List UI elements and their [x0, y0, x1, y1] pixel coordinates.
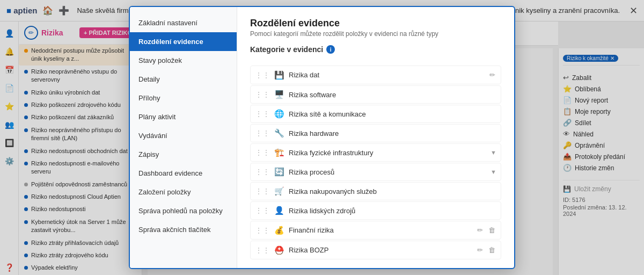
drag-handle[interactable]: ⋮⋮: [255, 168, 270, 176]
category-label: Rizika hardware: [289, 129, 492, 138]
drag-handle[interactable]: ⋮⋮: [255, 246, 270, 255]
category-icon: 🌐: [274, 109, 284, 119]
drag-handle[interactable]: ⋮⋮: [255, 129, 270, 138]
category-icon: 🏗️: [274, 148, 284, 157]
modal-sidebar-item-6[interactable]: Vydávání: [130, 126, 237, 145]
category-label: Rizika dat: [289, 71, 484, 79]
category-label: Rizika fyzické infrastruktury: [289, 149, 486, 157]
modal-dialog: Základní nastaveníRozdělení evidenceStav…: [129, 6, 515, 269]
category-label: Finanční rizika: [289, 226, 472, 234]
category-edit-button[interactable]: ✏: [488, 70, 496, 80]
category-label: Rizika nakupovaných služeb: [289, 187, 492, 196]
category-item-0: ⋮⋮💾Rizika dat✏: [250, 66, 501, 84]
category-icon: 💰: [274, 226, 284, 235]
modal-section-title: Kategorie v evidenci i: [250, 45, 501, 54]
category-item-9: ⋮⋮⛑️Rizika BOZP✏🗑: [250, 241, 501, 259]
category-item-1: ⋮⋮🖥️Rizika software: [250, 85, 501, 104]
category-icon: 🔧: [274, 128, 284, 138]
category-label: Rizika BOZP: [289, 246, 472, 254]
category-edit-button[interactable]: ✏: [476, 225, 484, 235]
modal-sidebar-item-9[interactable]: Založení položky: [130, 183, 237, 201]
category-item-8: ⋮⋮💰Finanční rizika✏🗑: [250, 221, 501, 240]
category-label: Rizika lidských zdrojů: [289, 207, 492, 215]
drag-handle[interactable]: ⋮⋮: [255, 148, 270, 157]
category-label: Rizika procesů: [289, 168, 486, 176]
drag-handle[interactable]: ⋮⋮: [255, 71, 270, 79]
category-delete-button[interactable]: 🗑: [487, 225, 496, 235]
drag-handle[interactable]: ⋮⋮: [255, 110, 270, 118]
category-icon: 🛒: [274, 186, 284, 196]
modal-title: Rozdělení evidence: [250, 18, 501, 29]
modal-sidebar-item-5[interactable]: Plány aktivit: [130, 107, 237, 126]
category-edit-button[interactable]: ✏: [476, 245, 484, 255]
modal-header: Rozdělení evidence Pomocí kategorií může…: [250, 18, 501, 38]
category-item-2: ⋮⋮🌐Rizika sítě a komunikace: [250, 105, 501, 123]
modal-sidebar-item-2[interactable]: Stavy položek: [130, 51, 237, 70]
chevron-down-icon: ▼: [491, 169, 496, 175]
category-actions: ✏🗑: [476, 225, 496, 235]
category-label: Rizika sítě a komunikace: [289, 110, 492, 118]
modal-sidebar-item-4[interactable]: Přílohy: [130, 89, 237, 107]
category-item-7: ⋮⋮👤Rizika lidských zdrojů: [250, 201, 501, 220]
category-item-4: ⋮⋮🏗️Rizika fyzické infrastruktury▼: [250, 143, 501, 162]
modal-sidebar-item-3[interactable]: Detaily: [130, 70, 237, 89]
modal-main: Rozdělení evidence Pomocí kategorií může…: [237, 7, 514, 268]
category-actions: ▼: [491, 149, 496, 156]
category-icon: 👤: [274, 206, 284, 215]
chevron-down-icon: ▼: [491, 149, 496, 156]
modal-sidebar-item-0[interactable]: Základní nastavení: [130, 13, 237, 32]
modal-subtitle: Pomocí kategorií můžete rozdělit položky…: [250, 30, 501, 38]
category-item-3: ⋮⋮🔧Rizika hardware: [250, 124, 501, 142]
modal-sidebar: Základní nastaveníRozdělení evidenceStav…: [130, 7, 237, 268]
drag-handle[interactable]: ⋮⋮: [255, 226, 270, 235]
category-item-6: ⋮⋮🛒Rizika nakupovaných služeb: [250, 182, 501, 200]
category-icon: ⛑️: [274, 245, 284, 255]
drag-handle[interactable]: ⋮⋮: [255, 187, 270, 196]
modal-sidebar-item-10[interactable]: Správa pohledů na položky: [130, 201, 237, 220]
category-icon: 🔄: [274, 167, 284, 177]
category-icon: 🖥️: [274, 90, 284, 99]
modal-sidebar-item-8[interactable]: Dashboard evidence: [130, 164, 237, 183]
category-delete-button[interactable]: 🗑: [487, 245, 496, 255]
modal-sidebar-item-1[interactable]: Rozdělení evidence: [130, 32, 237, 51]
category-actions: ✏🗑: [476, 245, 496, 255]
category-actions: ✏: [488, 70, 496, 80]
category-label: Rizika software: [289, 91, 492, 99]
category-item-5: ⋮⋮🔄Rizika procesů▼: [250, 163, 501, 181]
info-icon: i: [326, 45, 335, 54]
modal-overlay: Základní nastaveníRozdělení evidenceStav…: [0, 0, 644, 275]
category-list: ⋮⋮💾Rizika dat✏⋮⋮🖥️Rizika software⋮⋮🌐Rizi…: [250, 66, 501, 259]
drag-handle[interactable]: ⋮⋮: [255, 90, 270, 99]
category-icon: 💾: [274, 70, 284, 80]
drag-handle[interactable]: ⋮⋮: [255, 206, 270, 215]
modal-sidebar-item-11[interactable]: Správa akčních tlačítek: [130, 220, 237, 239]
category-actions: ▼: [491, 169, 496, 175]
modal-sidebar-item-7[interactable]: Zápisy: [130, 145, 237, 164]
